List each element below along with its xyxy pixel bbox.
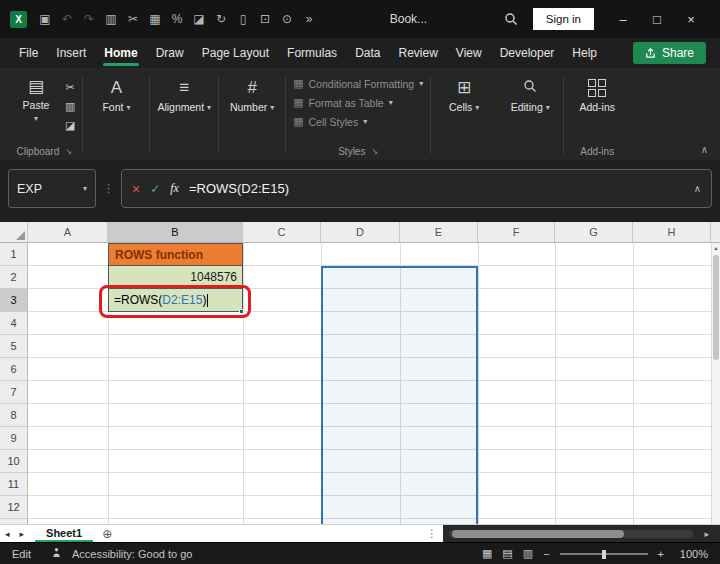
cancel-icon[interactable]: × — [132, 181, 140, 197]
hscroll-right-icon[interactable]: ▸ — [699, 529, 714, 539]
row-header-12[interactable]: 12 — [0, 496, 27, 519]
highlighted-range-d2-e15[interactable] — [321, 266, 478, 524]
zoom-level[interactable]: 100% — [674, 548, 708, 560]
col-header-b[interactable]: B — [108, 222, 243, 243]
cells-group-button[interactable]: ⊞ Cells ▾ — [438, 75, 490, 113]
col-header-a[interactable]: A — [28, 222, 108, 243]
format-as-table-button[interactable]: ▦ Format as Table ▾ — [293, 96, 423, 109]
close-button[interactable]: × — [674, 12, 708, 27]
col-header-g[interactable]: G — [555, 222, 633, 243]
save-icon[interactable]: ▣ — [34, 12, 56, 26]
row-header-8[interactable]: 8 — [0, 404, 27, 427]
editing-group-button[interactable]: Editing ▾ — [504, 75, 556, 113]
cell-styles-button[interactable]: ▦ Cell Styles ▾ — [293, 115, 423, 128]
qat-overflow-icon[interactable]: » — [298, 12, 320, 26]
row-header-3[interactable]: 3 — [0, 289, 27, 312]
tab-view[interactable]: View — [447, 38, 491, 68]
undo-history-icon[interactable]: ↻ — [210, 12, 232, 26]
stamp-icon[interactable]: ⊡ — [254, 12, 276, 26]
vertical-scrollbar-thumb[interactable] — [713, 255, 719, 360]
sheet-cells[interactable]: ROWS function 1048576 =ROWS(D2:E15) — [28, 243, 711, 524]
row-header-9[interactable]: 9 — [0, 427, 27, 450]
vertical-scrollbar[interactable]: ▴ — [711, 243, 720, 524]
formula-text[interactable]: =ROWS(D2:E15) — [189, 181, 289, 196]
share-button[interactable]: Share — [633, 42, 706, 64]
cut-button[interactable]: ✂ — [65, 81, 75, 94]
picture-icon[interactable]: ▦ — [144, 12, 166, 26]
name-box[interactable]: EXP ▾ — [8, 169, 96, 208]
sheet-tab-sheet1[interactable]: Sheet1 — [35, 525, 93, 542]
expand-formula-bar-icon[interactable]: ∧ — [694, 183, 701, 194]
copy-button[interactable]: ▥ — [65, 100, 75, 113]
tab-split-dots-icon[interactable]: ⋮ — [421, 528, 443, 539]
normal-view-icon[interactable]: ▦ — [482, 547, 492, 560]
tab-data[interactable]: Data — [346, 38, 389, 68]
paste-button[interactable]: ▤ Paste ▾ — [13, 75, 59, 123]
page-break-view-icon[interactable]: ▥ — [523, 547, 533, 560]
cell-b1[interactable]: ROWS function — [108, 243, 243, 266]
collapse-ribbon-icon[interactable]: ∧ — [701, 144, 708, 155]
tab-help[interactable]: Help — [563, 38, 606, 68]
tab-developer[interactable]: Developer — [491, 38, 564, 68]
horizontal-scrollbar-thumb[interactable] — [452, 530, 624, 538]
horizontal-scrollbar[interactable]: ▸ — [443, 525, 720, 542]
tab-review[interactable]: Review — [389, 38, 446, 68]
search-icon[interactable] — [497, 12, 525, 26]
row-header-11[interactable]: 11 — [0, 473, 27, 496]
col-header-e[interactable]: E — [400, 222, 478, 243]
row-header-6[interactable]: 6 — [0, 358, 27, 381]
copy-book-icon[interactable]: ▥ — [100, 12, 122, 26]
sheet-nav-left-icon[interactable]: ◂ — [0, 529, 15, 539]
excel-app-icon[interactable]: X — [10, 11, 27, 28]
scroll-up-icon[interactable]: ▴ — [712, 244, 720, 251]
tab-file[interactable]: File — [10, 38, 47, 68]
tab-home[interactable]: Home — [95, 38, 146, 68]
new-document-icon[interactable]: ▯ — [232, 12, 254, 26]
enter-icon[interactable]: ✓ — [150, 182, 160, 196]
zoom-slider[interactable] — [560, 548, 648, 560]
name-box-chevron-icon[interactable]: ▾ — [83, 184, 87, 193]
page-layout-view-icon[interactable]: ▤ — [502, 547, 512, 560]
col-header-f[interactable]: F — [478, 222, 555, 243]
cut-icon[interactable]: ✂ — [122, 12, 144, 26]
format-painter-icon[interactable]: ◪ — [188, 12, 210, 26]
zoom-in-button[interactable]: + — [658, 548, 664, 560]
sheet-nav-right-icon[interactable]: ▸ — [15, 529, 30, 539]
tab-insert[interactable]: Insert — [47, 38, 95, 68]
maximize-button[interactable]: □ — [640, 12, 674, 27]
percent-style-icon[interactable]: % — [166, 12, 188, 26]
row-header-7[interactable]: 7 — [0, 381, 27, 404]
horizontal-scrollbar-track[interactable] — [449, 530, 693, 538]
camera-icon[interactable]: ⊙ — [276, 12, 298, 26]
row-header-4[interactable]: 4 — [0, 312, 27, 335]
row-header-1[interactable]: 1 — [0, 243, 27, 266]
row-header-10[interactable]: 10 — [0, 450, 27, 473]
row-header-5[interactable]: 5 — [0, 335, 27, 358]
sign-in-button[interactable]: Sign in — [533, 8, 594, 30]
conditional-formatting-button[interactable]: ▦ Conditional Formatting ▾ — [293, 77, 423, 90]
alignment-group: ≡ Alignment ▾ — [150, 73, 218, 160]
accessibility-status[interactable]: Accessibility: Good to go — [72, 548, 192, 560]
zoom-out-button[interactable]: − — [543, 548, 549, 560]
number-group-button[interactable]: # Number ▾ — [226, 75, 278, 113]
font-group-button[interactable]: A Font ▾ — [90, 75, 142, 113]
col-header-c[interactable]: C — [243, 222, 321, 243]
alignment-group-button[interactable]: ≡ Alignment ▾ — [157, 75, 211, 113]
insert-function-icon[interactable]: fx — [170, 181, 179, 196]
tab-formulas[interactable]: Formulas — [278, 38, 346, 68]
select-all-corner[interactable] — [0, 222, 28, 243]
tab-draw[interactable]: Draw — [147, 38, 193, 68]
minimize-button[interactable]: – — [606, 12, 640, 27]
formula-input[interactable]: × ✓ fx =ROWS(D2:E15) ∧ — [121, 169, 712, 208]
col-header-h[interactable]: H — [633, 222, 711, 243]
formula-bar-drag-dots-icon[interactable]: ⋮ — [103, 169, 114, 208]
add-ins-button[interactable]: Add-ins — [571, 75, 623, 113]
tab-page-layout[interactable]: Page Layout — [193, 38, 278, 68]
col-header-d[interactable]: D — [321, 222, 400, 243]
zoom-slider-thumb[interactable] — [602, 550, 606, 559]
new-sheet-button[interactable]: ⊕ — [102, 527, 112, 541]
clipboard-dialog-launcher-icon[interactable]: ↘ — [65, 147, 72, 156]
row-header-2[interactable]: 2 — [0, 266, 27, 289]
format-painter-button[interactable]: ◪ — [65, 119, 75, 132]
styles-dialog-launcher-icon[interactable]: ↘ — [371, 147, 378, 156]
